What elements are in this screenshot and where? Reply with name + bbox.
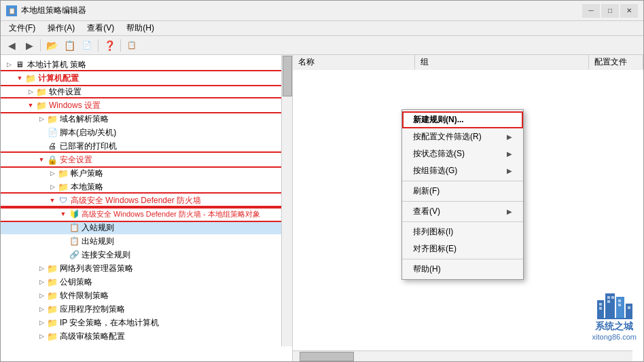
toolbar-sep-2	[98, 39, 99, 52]
copy-button[interactable]: 📋	[61, 38, 77, 53]
pubkey-label: 公钥策略	[60, 276, 92, 288]
title-controls: ─ □ ✕	[582, 4, 638, 18]
expand-root: ▷	[3, 59, 14, 70]
paste-button[interactable]: 📄	[79, 38, 95, 53]
tree-firewall-object[interactable]: ▼ 🔰 高级安全 Windows Defender 防火墙 - 本地组策略对象	[1, 207, 292, 221]
tree-account[interactable]: ▷ 📁 帐户策略	[1, 166, 292, 180]
tree-software-restrict[interactable]: ▷ 📁 软件限制策略	[1, 289, 292, 302]
right-scroll-thumb[interactable]	[300, 352, 354, 361]
maximize-button[interactable]: □	[601, 4, 619, 18]
tree-printers[interactable]: ▷ 🖨 已部署的打印机	[1, 139, 292, 153]
ctx-arrange[interactable]: 排列图标(I)	[402, 223, 523, 240]
security-label: 安全设置	[60, 154, 92, 166]
right-header: 名称 组 配置文件	[293, 55, 643, 70]
toolbar: ◀ ▶ 📂 📋 📄 ❓ 📋	[1, 36, 643, 55]
ctx-help[interactable]: 帮助(H)	[402, 261, 523, 278]
left-scrollbar[interactable]	[281, 55, 292, 346]
menu-view[interactable]: 查看(V)	[82, 21, 120, 35]
expand-windows: ▼	[25, 100, 36, 111]
tree: ▷ 🖥 本地计算机 策略 ▼ 📁 计算机配置 ▷ 📁 软件设置	[1, 55, 292, 361]
menu-file[interactable]: 文件(F)	[3, 21, 41, 35]
tree-app-control[interactable]: ▷ 📁 应用程序控制策略	[1, 302, 292, 316]
right-panel: 名称 组 配置文件 这里没有任何项目。 新建规则(N)... 按配置文件筛选(R…	[293, 55, 643, 361]
restrict-icon: 📁	[47, 290, 58, 301]
ctx-new-rule[interactable]: 新建规则(N)...	[402, 111, 523, 128]
ctx-filter-status[interactable]: 按状态筛选(S) ▶	[402, 145, 523, 162]
pubkey-icon: 📁	[47, 276, 58, 287]
browse-button[interactable]: 📂	[43, 38, 60, 53]
ctx-filter-profile-label: 按配置文件筛选(R)	[413, 131, 482, 143]
extra-button[interactable]: 📋	[124, 38, 140, 53]
help-button[interactable]: ❓	[101, 38, 118, 53]
tree-audit[interactable]: ▷ 📁 高级审核策略配置	[1, 329, 292, 343]
svg-rect-7	[607, 296, 610, 299]
connection-label: 连接安全规则	[82, 249, 130, 261]
ip-label: IP 安全策略，在本地计算机	[60, 317, 159, 329]
tree-computer-config[interactable]: ▼ 📁 计算机配置	[1, 71, 292, 85]
menu-help[interactable]: 帮助(H)	[121, 21, 160, 35]
computer-config-icon: 📁	[25, 73, 36, 84]
firewall-icon: 🛡	[58, 195, 69, 206]
tree-network-list[interactable]: ▷ 📁 网络列表管理器策略	[1, 261, 292, 275]
close-button[interactable]: ✕	[620, 4, 638, 18]
toolbar-sep-3	[120, 39, 121, 52]
title-bar-left: 📋 本地组策略编辑器	[6, 5, 86, 16]
tree-pubkey[interactable]: ▷ 📁 公钥策略	[1, 275, 292, 289]
windows-icon: 📁	[36, 100, 47, 111]
audit-icon: 📁	[47, 331, 58, 342]
ctx-view[interactable]: 查看(V) ▶	[402, 203, 523, 220]
ctx-align[interactable]: 对齐图标(E)	[402, 240, 523, 257]
ctx-filter-group[interactable]: 按组筛选(G) ▶	[402, 162, 523, 179]
app-icon: 📁	[47, 304, 58, 314]
tree-outbound[interactable]: ▷ 📋 出站规则	[1, 234, 292, 248]
firewall-obj-icon: 🔰	[69, 209, 79, 219]
expand-ip: ▷	[36, 317, 47, 328]
expand-local: ▷	[47, 181, 58, 192]
tree-ip-security[interactable]: ▷ 📁 IP 安全策略，在本地计算机	[1, 316, 292, 329]
minimize-button[interactable]: ─	[582, 4, 600, 18]
main-area: ▷ 🖥 本地计算机 策略 ▼ 📁 计算机配置 ▷ 📁 软件设置	[1, 55, 643, 361]
ctx-align-label: 对齐图标(E)	[413, 243, 457, 255]
domain-icon: 📁	[47, 113, 58, 124]
ctx-arrow-3: ▶	[507, 167, 512, 175]
ctx-arrow-4: ▶	[507, 208, 512, 215]
left-panel: ▷ 🖥 本地计算机 策略 ▼ 📁 计算机配置 ▷ 📁 软件设置	[1, 55, 293, 361]
svg-rect-12	[628, 306, 630, 309]
tree-scripts[interactable]: ▷ 📄 脚本(启动/关机)	[1, 126, 292, 139]
expand-network: ▷	[36, 263, 47, 274]
expand-firewall: ▼	[47, 195, 58, 206]
tree-windows-settings[interactable]: ▼ 📁 Windows 设置	[1, 98, 292, 112]
back-button[interactable]: ◀	[3, 38, 20, 53]
ctx-filter-group-label: 按组筛选(G)	[413, 165, 457, 177]
tree-connection[interactable]: ▷ 🔗 连接安全规则	[1, 248, 292, 261]
tree-security[interactable]: ▼ 🔒 安全设置	[1, 153, 292, 166]
tree-domain[interactable]: ▷ 📁 域名解析策略	[1, 112, 292, 126]
ctx-filter-profile[interactable]: 按配置文件筛选(R) ▶	[402, 128, 523, 145]
ctx-filter-status-label: 按状态筛选(S)	[413, 148, 465, 160]
tree-software-settings[interactable]: ▷ 📁 软件设置	[1, 85, 292, 98]
root-icon: 🖥	[14, 59, 25, 70]
expand-software: ▷	[25, 86, 36, 97]
tree-inbound[interactable]: ▷ 📋 入站规则	[1, 221, 292, 234]
software-label: 软件设置	[49, 86, 82, 98]
title-bar: 📋 本地组策略编辑器 ─ □ ✕	[1, 1, 643, 21]
svg-rect-5	[599, 303, 602, 306]
menu-action[interactable]: 操作(A)	[42, 21, 80, 35]
forward-button[interactable]: ▶	[21, 38, 37, 53]
expand-account: ▷	[47, 168, 58, 179]
outbound-label: 出站规则	[82, 236, 114, 247]
right-bottom-scroll[interactable]	[293, 350, 632, 361]
tree-advanced-firewall[interactable]: ▼ 🛡 高级安全 Windows Defender 防火墙	[1, 194, 292, 207]
tree-local-policy[interactable]: ▷ 📁 本地策略	[1, 180, 292, 194]
restrict-label: 软件限制策略	[60, 290, 109, 302]
expand-security: ▼	[36, 154, 47, 165]
ctx-sep-2	[402, 201, 523, 202]
left-scroll-thumb[interactable]	[283, 56, 292, 96]
windows-label: Windows 设置	[49, 100, 101, 111]
window-title: 本地组策略编辑器	[21, 5, 86, 16]
tree-root[interactable]: ▷ 🖥 本地计算机 策略	[1, 58, 292, 71]
ctx-view-label: 查看(V)	[413, 206, 440, 217]
app-icon: 📋	[6, 5, 17, 16]
ctx-refresh[interactable]: 刷新(F)	[402, 183, 523, 200]
security-icon: 🔒	[47, 154, 58, 165]
